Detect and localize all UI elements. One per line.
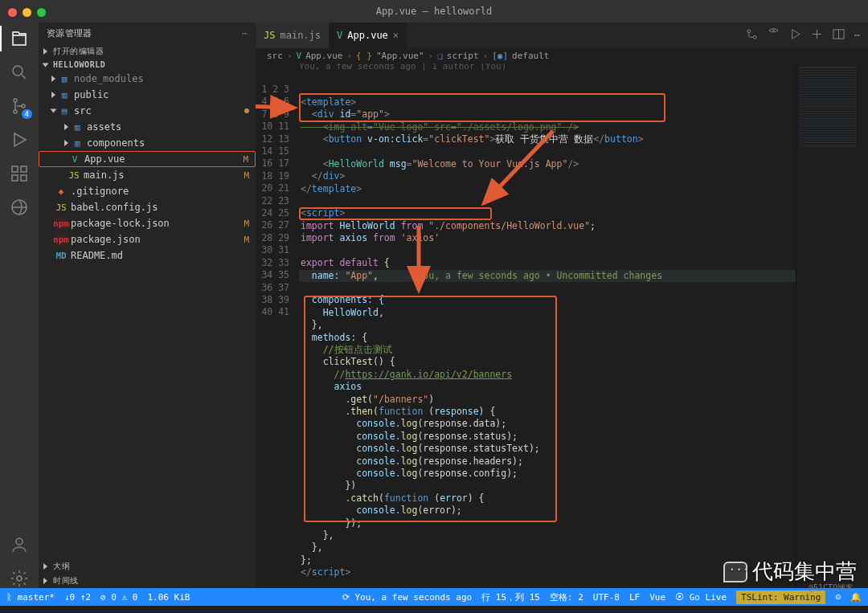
source-control-icon[interactable]: 4	[10, 96, 29, 116]
account-icon[interactable]	[10, 535, 29, 554]
file-readme[interactable]: MDREADME.md	[39, 247, 256, 264]
explorer-title: 资源管理器	[47, 27, 92, 39]
svg-point-3	[22, 104, 25, 108]
scm-badge: 4	[22, 109, 32, 119]
folder-node-modules[interactable]: ▧node_modules	[39, 71, 256, 87]
minimap[interactable]	[796, 63, 868, 588]
explorer-sidebar: 资源管理器 ⋯ 打开的编辑器 HELLOWORLD ▧node_modules …	[39, 22, 256, 588]
file-tree: ▧node_modules ▥public ▤src ▥assets ▥comp…	[39, 71, 256, 559]
gear-icon[interactable]	[10, 569, 29, 588]
svg-point-2	[14, 110, 17, 113]
svg-point-13	[772, 30, 774, 31]
svg-point-0	[13, 66, 23, 76]
status-blame[interactable]: ⟳ You, a few seconds ago	[342, 592, 472, 603]
file-pkglock[interactable]: npmpackage-lock.jsonM	[39, 215, 256, 231]
editor-tabs: JSmain.js VApp.vue× ⋯	[256, 22, 868, 48]
status-problems[interactable]: ⊘ 0 ⚠ 0	[100, 592, 137, 603]
close-tab-icon[interactable]: ×	[393, 30, 399, 41]
compare-changes-icon[interactable]	[746, 28, 758, 43]
svg-point-9	[16, 538, 23, 545]
close-window-icon[interactable]	[8, 8, 17, 17]
editor-group: JSmain.js VApp.vue× ⋯ src› VApp.vue› { }…	[256, 22, 868, 588]
project-section[interactable]: HELLOWORLD	[39, 59, 256, 71]
status-language[interactable]: Vue	[649, 592, 665, 603]
status-spaces[interactable]: 空格: 2	[550, 591, 583, 603]
status-eol[interactable]: LF	[629, 592, 640, 603]
line-gutter: 1 2 3 4 5 6 7 8 9 10 11 12 13 14 15 16 1…	[256, 63, 299, 588]
folder-components[interactable]: ▥components	[39, 135, 256, 151]
status-bar: ᚱ master* ↓0 ↑2 ⊘ 0 ⚠ 0 1.06 KiB ⟳ You, …	[0, 588, 868, 606]
git-status-m: M	[243, 154, 248, 165]
window-title: App.vue — helloworld	[376, 6, 493, 17]
open-preview-icon[interactable]	[768, 28, 780, 43]
status-bell-icon[interactable]: 🔔	[850, 592, 862, 603]
explorer-header: 资源管理器 ⋯	[39, 22, 256, 44]
svg-rect-4	[12, 166, 18, 172]
file-appvue[interactable]: VApp.vueM	[39, 151, 256, 167]
svg-point-11	[747, 30, 751, 33]
minimize-window-icon[interactable]	[23, 8, 31, 17]
file-mainjs[interactable]: JSmain.jsM	[39, 167, 256, 183]
status-filesize: 1.06 KiB	[147, 592, 190, 603]
status-encoding[interactable]: UTF-8	[593, 592, 620, 603]
status-feedback-icon[interactable]: ☺	[835, 592, 841, 603]
timeline-section[interactable]: 时间线	[39, 574, 256, 588]
search-icon[interactable]	[10, 63, 29, 82]
run-debug-icon[interactable]	[10, 130, 29, 149]
explorer-icon[interactable]	[10, 29, 29, 48]
window-traffic-lights[interactable]	[8, 8, 46, 17]
svg-point-1	[14, 99, 17, 102]
status-branch[interactable]: ᚱ master*	[6, 592, 55, 603]
run-icon[interactable]	[789, 28, 801, 43]
folder-src[interactable]: ▤src	[39, 103, 256, 119]
extensions-icon[interactable]	[10, 164, 29, 183]
status-cursor[interactable]: 行 15，列 15	[481, 591, 540, 603]
gitlens-blame: You, a few seconds ago | 1 author (You)	[299, 63, 506, 72]
modified-dot-icon	[244, 108, 249, 113]
tab-appvue[interactable]: VApp.vue×	[329, 22, 407, 48]
zoom-window-icon[interactable]	[37, 8, 46, 17]
title-bar: App.vue — helloworld	[0, 0, 868, 22]
svg-rect-7	[21, 175, 27, 181]
more-actions-icon[interactable]: ⋯	[854, 30, 860, 41]
outline-section[interactable]: 大纲	[39, 559, 256, 574]
status-golive[interactable]: ⦿ Go Live	[675, 592, 727, 603]
file-pkg[interactable]: npmpackage.jsonM	[39, 231, 256, 247]
svg-rect-5	[21, 166, 27, 172]
explorer-more-icon[interactable]: ⋯	[242, 28, 248, 39]
activity-bar: 4	[0, 22, 39, 588]
status-tslint[interactable]: TSLint: Warning	[736, 591, 825, 604]
svg-rect-6	[12, 175, 18, 181]
folder-assets[interactable]: ▥assets	[39, 119, 256, 135]
breadcrumb[interactable]: src› VApp.vue› { }"App.vue"› ❑script› [◉…	[256, 48, 868, 63]
remote-icon[interactable]	[10, 198, 29, 217]
file-babel[interactable]: JSbabel.config.js	[39, 199, 256, 215]
code-editor[interactable]: 1 2 3 4 5 6 7 8 9 10 11 12 13 14 15 16 1…	[256, 63, 868, 588]
svg-point-10	[17, 576, 22, 581]
svg-point-12	[753, 35, 756, 39]
tab-mainjs[interactable]: JSmain.js	[256, 22, 329, 48]
open-editors-section[interactable]: 打开的编辑器	[39, 44, 256, 59]
open-changes-icon[interactable]	[811, 28, 823, 43]
code-content[interactable]: You, a few seconds ago | 1 author (You) …	[299, 63, 796, 588]
status-sync[interactable]: ↓0 ↑2	[64, 592, 91, 603]
folder-public[interactable]: ▥public	[39, 87, 256, 103]
split-editor-icon[interactable]	[833, 28, 845, 43]
file-gitignore[interactable]: ◆.gitignore	[39, 183, 256, 199]
gitlens-inline-blame: You, a few seconds ago • Uncommitted cha…	[417, 270, 662, 281]
